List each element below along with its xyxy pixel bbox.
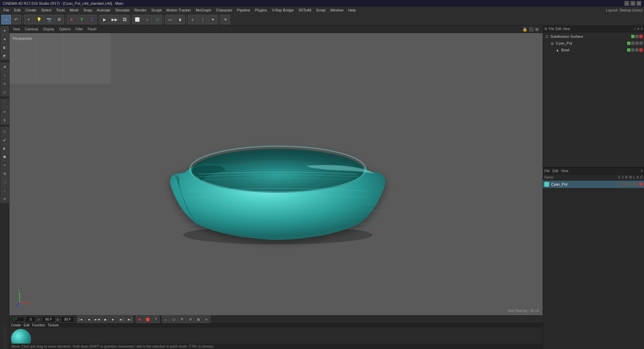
menu-help[interactable]: Help bbox=[346, 7, 358, 13]
menu-mesh[interactable]: Mesh bbox=[68, 7, 81, 13]
viewport-options-btn[interactable]: Options bbox=[57, 27, 73, 31]
render-region-button[interactable]: ▶ bbox=[100, 15, 109, 24]
viewport-display-btn[interactable]: Display bbox=[41, 27, 56, 31]
y-axis-button[interactable]: Y bbox=[77, 15, 86, 24]
mat-btn-3[interactable] bbox=[627, 183, 630, 186]
menu-character[interactable]: Character bbox=[214, 7, 234, 13]
sidebar-texture[interactable]: ⬟ bbox=[1, 153, 9, 161]
sidebar-loop[interactable]: ⬛ bbox=[1, 178, 9, 186]
mat-texture-menu[interactable]: Texture bbox=[48, 323, 59, 327]
sidebar-paint[interactable]: 🖌 bbox=[1, 136, 9, 144]
mat-btn-5[interactable] bbox=[635, 183, 639, 186]
menu-pipeline[interactable]: Pipeline bbox=[235, 7, 252, 13]
light-button-2[interactable]: ☀ bbox=[221, 15, 230, 24]
menu-vray[interactable]: V-Ray Bridge bbox=[270, 7, 296, 13]
next-frame-button[interactable]: ►| bbox=[118, 316, 125, 323]
mat-create-menu[interactable]: Create bbox=[11, 323, 21, 327]
go-start-button[interactable]: |◄ bbox=[77, 316, 84, 323]
sidebar-bridge[interactable]: ⊞ bbox=[1, 169, 9, 178]
sidebar-pen[interactable]: ✏ bbox=[1, 108, 9, 116]
om-view-menu[interactable]: View bbox=[563, 27, 570, 31]
frame-end-display[interactable] bbox=[42, 316, 55, 322]
viewport-btn-camera[interactable]: ⬛ bbox=[529, 27, 534, 32]
sky-button[interactable]: ◗ bbox=[175, 15, 185, 24]
viewport-cameras-btn[interactable]: Cameras bbox=[23, 27, 41, 31]
loop-button[interactable]: ↺ bbox=[187, 316, 194, 323]
camera-button[interactable]: 📷 bbox=[44, 15, 54, 24]
render-view-button[interactable]: ▶▶ bbox=[110, 15, 119, 24]
bowl-x-btn2[interactable] bbox=[639, 48, 643, 52]
menu-select[interactable]: Select bbox=[39, 7, 54, 13]
floor-button[interactable]: ▭ bbox=[165, 15, 175, 24]
menu-plugins[interactable]: Plugins bbox=[253, 7, 269, 13]
mm-file-menu[interactable]: File bbox=[544, 169, 550, 173]
record-button[interactable]: ⏺ bbox=[136, 316, 143, 323]
om-btn-2[interactable]: ≡ bbox=[637, 27, 639, 31]
bowl-vis-dot[interactable] bbox=[627, 48, 630, 52]
sidebar-tool-select[interactable]: ▢ bbox=[1, 88, 9, 96]
autokey-button[interactable]: 🔴 bbox=[144, 316, 151, 323]
grid-toggle-button[interactable]: ⊞ bbox=[195, 316, 202, 323]
render-picture-button[interactable]: 🖼 bbox=[120, 15, 129, 24]
effector-button[interactable]: ✦ bbox=[208, 15, 218, 24]
bowl-render-dot[interactable] bbox=[631, 48, 635, 52]
torus-button[interactable]: ⬡ bbox=[153, 15, 162, 24]
sidebar-tool-scale[interactable]: ⤡ bbox=[1, 71, 9, 79]
menu-create[interactable]: Create bbox=[23, 7, 39, 13]
mat-btn-1[interactable] bbox=[619, 183, 622, 186]
sidebar-spline[interactable]: ⌒ bbox=[1, 99, 9, 107]
sidebar-mode-object[interactable]: ● bbox=[1, 26, 9, 34]
viewport-panel-btn[interactable]: Panel bbox=[86, 27, 99, 31]
viewport-canvas[interactable]: Perspective bbox=[9, 33, 543, 315]
menu-file[interactable]: File bbox=[1, 7, 11, 13]
minimize-button[interactable]: – bbox=[624, 1, 629, 6]
subdivision-x-btn[interactable] bbox=[639, 35, 643, 38]
move-tool-button[interactable]: ↔ bbox=[1, 15, 11, 24]
home-button[interactable]: ⌂ bbox=[162, 316, 170, 323]
motion-path-button[interactable]: P bbox=[178, 316, 186, 323]
viewport-btn-layout[interactable]: ⊞ bbox=[535, 27, 539, 32]
sidebar-mode-uv[interactable]: ◩ bbox=[1, 52, 9, 60]
mm-btn-1[interactable]: × bbox=[641, 169, 643, 173]
menu-simulate[interactable]: Simulate bbox=[113, 7, 132, 13]
om-edit-menu[interactable]: Edit bbox=[555, 27, 561, 31]
sphere-button[interactable]: ○ bbox=[143, 15, 152, 24]
menu-motion-tracker[interactable]: Motion Tracker bbox=[164, 7, 193, 13]
cyan-pot-vis-dot[interactable] bbox=[627, 42, 630, 45]
frame-total-input[interactable] bbox=[61, 316, 74, 322]
cyan-pot-render-dot[interactable] bbox=[631, 42, 635, 45]
sidebar-tool-rotate[interactable]: ↻ bbox=[1, 80, 9, 88]
keyframe-button[interactable]: ? bbox=[152, 316, 159, 323]
play-forward-button[interactable]: ► bbox=[109, 316, 117, 323]
play-back-button[interactable]: ◄◄ bbox=[93, 316, 101, 323]
menu-tools[interactable]: Tools bbox=[54, 7, 67, 13]
object-row-cyan-pot[interactable]: ◎ Cyan_Pot bbox=[548, 40, 644, 47]
render-settings-button[interactable]: ⚙ bbox=[54, 15, 64, 24]
mat-edit-menu[interactable]: Edit bbox=[24, 323, 29, 327]
menu-render[interactable]: Render bbox=[132, 7, 149, 13]
om-file-menu[interactable]: File bbox=[549, 27, 554, 31]
mm-edit-menu[interactable]: Edit bbox=[552, 169, 558, 173]
timeline-expand-button[interactable]: ≡ bbox=[203, 316, 210, 323]
close-button[interactable]: × bbox=[637, 1, 641, 6]
viewport-filter-btn[interactable]: Filter bbox=[73, 27, 85, 31]
undo-button[interactable]: ↶ bbox=[11, 15, 21, 24]
menu-mograph[interactable]: MoGraph bbox=[194, 7, 213, 13]
menu-edit[interactable]: Edit bbox=[12, 7, 23, 13]
cloner-button[interactable]: ⋮ bbox=[198, 15, 207, 24]
sidebar-material[interactable]: ◐ bbox=[1, 144, 9, 152]
stop-button[interactable]: ■ bbox=[101, 316, 109, 323]
mat-btn-6[interactable] bbox=[639, 183, 643, 186]
maximize-button[interactable]: □ bbox=[630, 1, 635, 6]
cyan-pot-edit-btns[interactable] bbox=[635, 42, 639, 45]
mat-btn-4[interactable] bbox=[631, 183, 635, 186]
x-axis-button[interactable]: X bbox=[67, 15, 76, 24]
mm-view-menu[interactable]: View bbox=[561, 169, 568, 173]
new-object-button[interactable]: + bbox=[24, 15, 33, 24]
menu-snap[interactable]: Snap bbox=[81, 7, 94, 13]
sidebar-mode-polygon[interactable]: ◧ bbox=[1, 43, 9, 51]
menu-3dtoall[interactable]: 3DToAll bbox=[296, 7, 313, 13]
menu-animate[interactable]: Animate bbox=[95, 7, 113, 13]
material-row-cyan-pot[interactable]: Cyan_Pot bbox=[543, 181, 644, 188]
object-row-subdivision[interactable]: ⬡ Subdivision Surface bbox=[543, 33, 644, 40]
